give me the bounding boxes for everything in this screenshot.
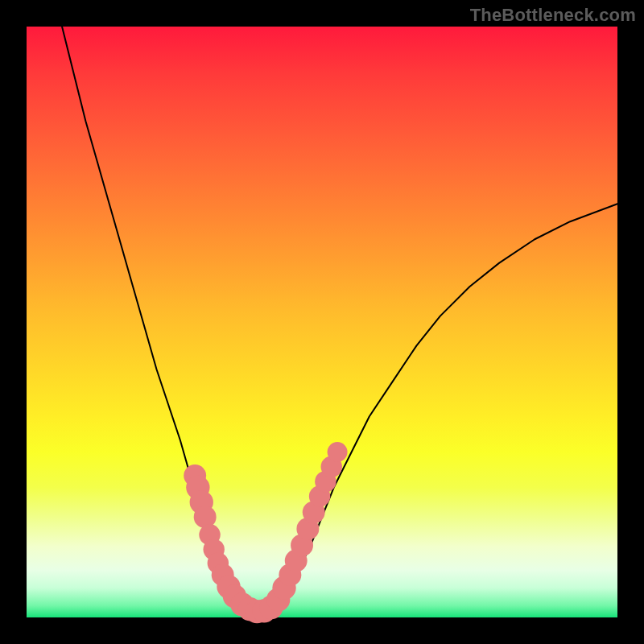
data-marker [328,442,348,462]
chart-frame: TheBottleneck.com [0,0,644,644]
bottleneck-curve [62,27,617,614]
curve-layer [62,27,617,614]
plot-area [27,27,617,617]
watermark-text: TheBottleneck.com [470,5,636,26]
marker-layer [184,442,347,623]
chart-svg [27,27,617,617]
